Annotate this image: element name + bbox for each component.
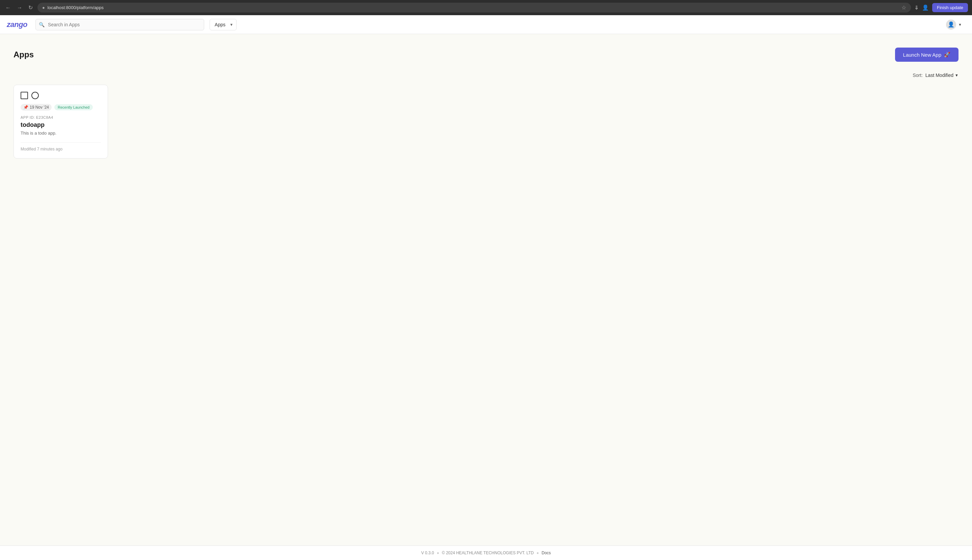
scope-selector[interactable]: Apps All <box>210 19 237 30</box>
card-icons <box>21 92 101 99</box>
launch-btn-label: Launch New App <box>903 52 941 58</box>
app-icon-circle <box>32 92 39 99</box>
page-title: Apps <box>13 50 34 59</box>
app-card[interactable]: 📌 19 Nov '24 Recently Launched APP ID: E… <box>13 85 108 158</box>
launch-new-app-button[interactable]: Launch New App 🚀 <box>895 48 959 62</box>
sort-bar: Sort: Last Modified ▼ <box>13 73 959 78</box>
card-meta: 📌 19 Nov '24 Recently Launched <box>21 104 101 111</box>
scope-selector-wrapper: Apps All ▼ <box>210 19 237 30</box>
card-app-id: APP ID: E23C8A4 <box>21 115 101 119</box>
user-profile-icon[interactable]: 👤 <box>922 4 929 11</box>
main-content: Apps Launch New App 🚀 Sort: Last Modifie… <box>0 34 972 545</box>
version-text: V 0.3.0 <box>421 550 434 555</box>
forward-button[interactable]: → <box>15 3 23 12</box>
address-text: localhost:8000/platform/apps <box>48 5 899 10</box>
address-bar[interactable]: ● localhost:8000/platform/apps ☆ <box>37 3 911 12</box>
app-header: zango 🔍 Apps All ▼ 👤 ▼ <box>0 15 972 34</box>
search-input[interactable] <box>35 19 204 30</box>
footer-dot-1: ● <box>437 550 439 555</box>
rocket-icon: 🚀 <box>944 52 950 58</box>
user-menu-chevron-icon: ▼ <box>958 23 962 27</box>
pin-icon: 📌 <box>23 105 28 110</box>
finish-update-button[interactable]: Finish update <box>932 3 968 12</box>
back-button[interactable]: ← <box>4 3 12 12</box>
browser-chrome: ← → ↻ ● localhost:8000/platform/apps ☆ ⇓… <box>0 0 972 15</box>
recently-launched-badge: Recently Launched <box>54 104 93 110</box>
reload-button[interactable]: ↻ <box>27 3 34 12</box>
search-icon: 🔍 <box>39 22 45 27</box>
sort-selected-label: Last Modified <box>925 73 954 78</box>
search-container: 🔍 <box>35 19 204 30</box>
card-date-text: 19 Nov '24 <box>30 105 49 110</box>
footer-dot-2: ● <box>536 550 539 555</box>
apps-grid: 📌 19 Nov '24 Recently Launched APP ID: E… <box>13 85 959 158</box>
sort-label: Sort: <box>913 73 923 78</box>
bookmark-icon[interactable]: ☆ <box>902 4 906 11</box>
card-modified-time: Modified 7 minutes ago <box>21 142 101 152</box>
page-header: Apps Launch New App 🚀 <box>13 48 959 62</box>
card-app-description: This is a todo app. <box>21 130 101 136</box>
logo[interactable]: zango <box>7 20 27 29</box>
avatar: 👤 <box>946 20 956 30</box>
sort-selector[interactable]: Last Modified ▼ <box>925 73 959 78</box>
download-icon[interactable]: ⇓ <box>914 4 919 11</box>
user-menu[interactable]: 👤 ▼ <box>943 18 965 32</box>
card-app-name: todoapp <box>21 122 101 128</box>
address-icon: ● <box>42 5 45 10</box>
copyright-text: © 2024 HEALTHLANE TECHNOLOGIES PVT. LTD <box>442 550 534 555</box>
card-date-badge: 📌 19 Nov '24 <box>21 104 52 111</box>
browser-actions: ⇓ 👤 Finish update <box>914 3 968 12</box>
docs-link[interactable]: Docs <box>542 550 551 555</box>
app-icon-square <box>21 92 28 99</box>
sort-chevron-icon: ▼ <box>955 73 959 77</box>
footer: V 0.3.0 ● © 2024 HEALTHLANE TECHNOLOGIES… <box>0 545 972 560</box>
